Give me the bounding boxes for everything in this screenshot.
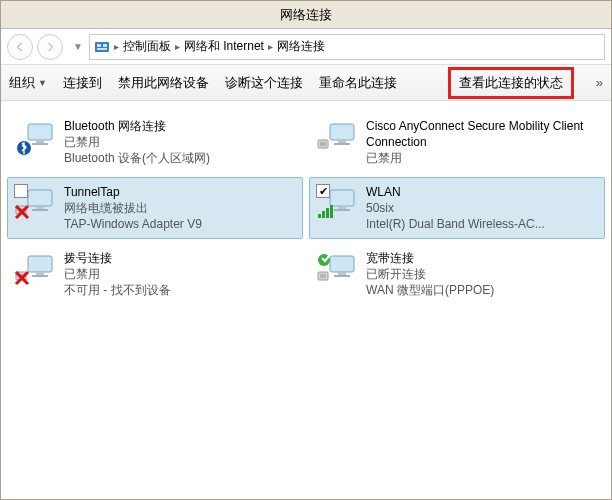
svg-rect-21 — [338, 206, 346, 209]
toolbar: 组织 ▼ 连接到 禁用此网络设备 诊断这个连接 重命名此连接 查看此连接的状态 … — [1, 65, 611, 101]
connection-device: Intel(R) Dual Band Wireless-AC... — [366, 216, 545, 232]
connection-status: 已断开连接 — [366, 266, 494, 282]
svg-rect-29 — [32, 275, 48, 277]
svg-rect-28 — [36, 272, 44, 275]
connection-status: 已禁用 — [64, 134, 210, 150]
svg-rect-23 — [318, 214, 321, 218]
svg-rect-12 — [320, 142, 326, 146]
connection-device: TAP-Windows Adapter V9 — [64, 216, 202, 232]
connection-item[interactable]: Cisco AnyConnect Secure Mobility Client … — [309, 111, 605, 173]
svg-rect-26 — [330, 205, 333, 218]
svg-rect-20 — [330, 190, 354, 206]
bluetooth-icon — [14, 118, 58, 158]
connection-name: Cisco AnyConnect Secure Mobility Client … — [366, 118, 598, 150]
connection-text: 宽带连接已断开连接WAN 微型端口(PPPOE) — [366, 250, 494, 298]
connection-name: 宽带连接 — [366, 250, 494, 266]
svg-rect-10 — [334, 143, 350, 145]
disable-device-button[interactable]: 禁用此网络设备 — [118, 74, 209, 92]
broadband-icon — [316, 250, 360, 290]
more-commands-icon[interactable]: » — [596, 75, 603, 90]
connection-status: 50six — [366, 200, 545, 216]
connection-device: Bluetooth 设备(个人区域网) — [64, 150, 210, 166]
connection-item[interactable]: TunnelTap网络电缆被拔出TAP-Windows Adapter V9 — [7, 177, 303, 239]
chevron-right-icon: ▸ — [268, 41, 273, 52]
dialup-disconnected-icon — [14, 250, 58, 290]
diagnose-button[interactable]: 诊断这个连接 — [225, 74, 303, 92]
organize-label: 组织 — [9, 74, 35, 92]
svg-rect-14 — [36, 206, 44, 209]
connection-status: 已禁用 — [64, 266, 171, 282]
address-bar: ▼ ▸ 控制面板 ▸ 网络和 Internet ▸ 网络连接 — [1, 29, 611, 65]
connection-checkbox[interactable] — [14, 184, 28, 198]
svg-rect-24 — [322, 211, 325, 218]
rename-button[interactable]: 重命名此连接 — [319, 74, 397, 92]
connection-checkbox[interactable]: ✔ — [316, 184, 330, 198]
svg-rect-38 — [320, 274, 326, 278]
connections-area: Bluetooth 网络连接已禁用Bluetooth 设备(个人区域网)Cisc… — [1, 101, 611, 315]
svg-rect-4 — [28, 124, 52, 140]
lan-disconnected-icon — [14, 184, 58, 224]
breadcrumb-box[interactable]: ▸ 控制面板 ▸ 网络和 Internet ▸ 网络连接 — [89, 34, 605, 60]
title-bar: 网络连接 — [1, 1, 611, 29]
svg-rect-8 — [330, 124, 354, 140]
connection-name: WLAN — [366, 184, 545, 200]
vpn-icon — [316, 118, 360, 158]
connection-text: WLAN50sixIntel(R) Dual Band Wireless-AC.… — [366, 184, 545, 232]
connection-name: Bluetooth 网络连接 — [64, 118, 210, 134]
svg-rect-3 — [97, 48, 107, 50]
svg-rect-27 — [28, 256, 52, 272]
connection-item[interactable]: Bluetooth 网络连接已禁用Bluetooth 设备(个人区域网) — [7, 111, 303, 173]
back-button[interactable] — [7, 34, 33, 60]
chevron-right-icon: ▸ — [114, 41, 119, 52]
svg-rect-9 — [338, 140, 346, 143]
window-title: 网络连接 — [280, 6, 332, 24]
view-status-button[interactable]: 查看此连接的状态 — [448, 67, 574, 99]
connection-status: 网络电缆被拔出 — [64, 200, 202, 216]
svg-rect-6 — [32, 143, 48, 145]
svg-rect-36 — [334, 275, 350, 277]
svg-rect-15 — [32, 209, 48, 211]
svg-rect-34 — [330, 256, 354, 272]
connection-name: 拨号连接 — [64, 250, 171, 266]
breadcrumb-0[interactable]: 控制面板 — [123, 38, 171, 55]
svg-rect-13 — [28, 190, 52, 206]
connection-item[interactable]: ✔WLAN50sixIntel(R) Dual Band Wireless-AC… — [309, 177, 605, 239]
connection-text: Bluetooth 网络连接已禁用Bluetooth 设备(个人区域网) — [64, 118, 210, 166]
connection-item[interactable]: 宽带连接已断开连接WAN 微型端口(PPPOE) — [309, 243, 605, 305]
organize-menu[interactable]: 组织 ▼ — [9, 74, 47, 92]
breadcrumb-2[interactable]: 网络连接 — [277, 38, 325, 55]
caret-down-icon: ▼ — [38, 78, 47, 88]
connection-item[interactable]: 拨号连接已禁用不可用 - 找不到设备 — [7, 243, 303, 305]
breadcrumb-1[interactable]: 网络和 Internet — [184, 38, 264, 55]
svg-rect-22 — [334, 209, 350, 211]
connection-device: WAN 微型端口(PPPOE) — [366, 282, 494, 298]
connect-to-button[interactable]: 连接到 — [63, 74, 102, 92]
chevron-right-icon: ▸ — [175, 41, 180, 52]
svg-rect-35 — [338, 272, 346, 275]
history-dropdown-icon[interactable]: ▼ — [73, 41, 83, 52]
control-panel-icon — [94, 39, 110, 55]
svg-rect-1 — [97, 44, 101, 47]
connection-text: 拨号连接已禁用不可用 - 找不到设备 — [64, 250, 171, 298]
forward-button[interactable] — [37, 34, 63, 60]
svg-rect-2 — [103, 44, 107, 47]
connection-status: 已禁用 — [366, 150, 598, 166]
connection-name: TunnelTap — [64, 184, 202, 200]
svg-rect-25 — [326, 208, 329, 218]
connection-text: TunnelTap网络电缆被拔出TAP-Windows Adapter V9 — [64, 184, 202, 232]
wifi-icon: ✔ — [316, 184, 360, 224]
svg-rect-5 — [36, 140, 44, 143]
connection-text: Cisco AnyConnect Secure Mobility Client … — [366, 118, 598, 166]
connection-device: 不可用 - 找不到设备 — [64, 282, 171, 298]
